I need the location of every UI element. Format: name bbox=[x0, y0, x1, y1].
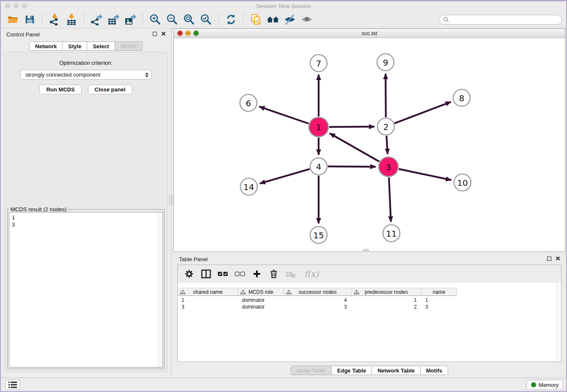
network-canvas[interactable]: 7968124314101511 bbox=[174, 39, 565, 251]
cell-shared-name[interactable]: 1 bbox=[178, 297, 238, 304]
tab-network-table[interactable]: Network Table bbox=[372, 366, 421, 375]
delete-column-button[interactable] bbox=[267, 268, 280, 280]
tab-network[interactable]: Network bbox=[29, 41, 63, 51]
graph-edge-1-6[interactable] bbox=[259, 107, 309, 124]
task-history-button[interactable] bbox=[5, 380, 20, 390]
optimization-criterion-label: Optimization criterion: bbox=[5, 60, 167, 66]
minimize-window-button[interactable] bbox=[14, 3, 19, 8]
graph-edge-3-1[interactable] bbox=[330, 133, 379, 162]
maximize-window-button[interactable] bbox=[22, 3, 27, 8]
export-image-button[interactable] bbox=[123, 13, 138, 26]
save-session-button[interactable] bbox=[22, 13, 37, 26]
graph-node-label: 15 bbox=[313, 230, 324, 240]
function-builder-button[interactable]: f(x) bbox=[301, 268, 322, 280]
graph-edge-1-2[interactable] bbox=[329, 127, 374, 127]
refresh-icon bbox=[225, 14, 237, 25]
close-panel-button[interactable]: Close panel bbox=[88, 85, 132, 94]
criterion-select[interactable]: strongly connected component bbox=[20, 70, 151, 80]
cell-name[interactable]: 3 bbox=[421, 304, 457, 310]
attribute-tree-icon bbox=[240, 290, 246, 295]
eye-icon bbox=[301, 14, 313, 25]
column-header-shared-name[interactable]: shared name bbox=[178, 288, 238, 296]
float-table-panel-icon[interactable] bbox=[547, 257, 551, 261]
tab-select[interactable]: Select bbox=[87, 41, 115, 51]
toolbar-separator bbox=[243, 13, 244, 26]
column-header-successor-nodes[interactable]: successor nodes bbox=[284, 288, 352, 296]
export-network-button[interactable] bbox=[89, 13, 104, 26]
mcds-result-list[interactable]: 1 3 bbox=[9, 212, 163, 367]
network-close-button[interactable] bbox=[177, 30, 183, 36]
import-network-button[interactable] bbox=[47, 13, 62, 26]
float-panel-icon[interactable] bbox=[153, 32, 157, 36]
tab-motifs[interactable]: Motifs bbox=[421, 366, 448, 375]
fx-icon: f(x) bbox=[304, 269, 319, 279]
graph-edge-3-10[interactable] bbox=[399, 169, 451, 180]
show-all-networks-button[interactable] bbox=[265, 13, 281, 26]
network-minimize-button[interactable] bbox=[185, 30, 191, 36]
show-column-panel-button[interactable] bbox=[200, 268, 212, 280]
cell-predecessor-nodes[interactable]: 1 bbox=[352, 297, 421, 304]
tab-mcds[interactable]: MCDS bbox=[115, 41, 143, 51]
graph-edge-3-11[interactable] bbox=[389, 177, 391, 222]
graph-edge-4-14[interactable] bbox=[260, 169, 310, 183]
column-header-name[interactable]: name bbox=[421, 288, 457, 296]
table-panel-title: Table Panel bbox=[179, 256, 208, 262]
zoom-out-button[interactable] bbox=[165, 13, 180, 26]
select-stepper-icon bbox=[145, 72, 149, 77]
graph-node-label: 6 bbox=[246, 98, 251, 108]
memory-status-icon bbox=[531, 382, 536, 387]
vertical-splitter-handle[interactable] bbox=[169, 195, 173, 204]
graph-edge-2-9[interactable] bbox=[385, 74, 386, 117]
delete-table-button[interactable] bbox=[284, 268, 297, 280]
close-table-panel-icon[interactable] bbox=[556, 256, 560, 261]
close-window-button[interactable] bbox=[5, 3, 10, 8]
cell-mcds-role[interactable]: dominator bbox=[238, 304, 284, 310]
table-row[interactable]: 1 dominator 4 1 1 bbox=[178, 297, 457, 304]
mcds-result-title: MCDS result (2 nodes) bbox=[9, 206, 68, 213]
cell-successor-nodes[interactable]: 3 bbox=[284, 304, 352, 310]
horizontal-splitter-handle[interactable] bbox=[363, 249, 369, 252]
cell-successor-nodes[interactable]: 4 bbox=[284, 297, 352, 304]
attribute-tree-icon bbox=[354, 290, 359, 295]
search-icon bbox=[443, 17, 449, 22]
tab-style[interactable]: Style bbox=[63, 41, 87, 51]
table-row[interactable]: 3 dominator 3 2 3 bbox=[178, 304, 457, 310]
graph-edge-2-3[interactable] bbox=[386, 136, 388, 154]
close-panel-icon[interactable] bbox=[161, 31, 166, 36]
application-window: Session: New Session bbox=[0, 0, 567, 392]
table-scrollbar[interactable] bbox=[556, 283, 561, 362]
network-window-titlebar[interactable]: scc.txt bbox=[174, 29, 565, 38]
select-all-button[interactable] bbox=[217, 268, 229, 280]
show-hidden-button[interactable] bbox=[299, 13, 314, 26]
column-header-mcds-role[interactable]: MCDS role bbox=[238, 288, 284, 296]
hide-selected-button[interactable] bbox=[282, 13, 297, 26]
clone-network-button[interactable] bbox=[248, 13, 264, 26]
graph-edge-2-8[interactable] bbox=[395, 102, 451, 124]
tab-edge-table[interactable]: Edge Table bbox=[332, 366, 372, 375]
cell-mcds-role[interactable]: dominator bbox=[238, 297, 284, 304]
deselect-all-button[interactable] bbox=[234, 268, 246, 280]
create-column-button[interactable] bbox=[250, 268, 263, 280]
zoom-selected-button[interactable] bbox=[198, 13, 214, 26]
graph-node-label: 7 bbox=[316, 58, 322, 69]
cell-shared-name[interactable]: 3 bbox=[178, 304, 238, 310]
cell-predecessor-nodes[interactable]: 2 bbox=[352, 304, 421, 310]
import-table-button[interactable] bbox=[64, 13, 79, 26]
export-table-button[interactable] bbox=[106, 13, 121, 26]
zoom-in-button[interactable] bbox=[148, 13, 163, 26]
run-mcds-button[interactable]: Run MCDS bbox=[39, 85, 81, 94]
open-session-button[interactable] bbox=[5, 13, 20, 26]
table-settings-button[interactable] bbox=[183, 268, 195, 280]
column-header-predecessor-nodes[interactable]: predecessor nodes bbox=[352, 288, 421, 296]
result-scrollbar[interactable] bbox=[158, 213, 162, 367]
refresh-view-button[interactable] bbox=[223, 13, 239, 26]
network-maximize-button[interactable] bbox=[193, 30, 199, 36]
cell-name[interactable]: 1 bbox=[421, 297, 457, 304]
memory-button[interactable]: Memory bbox=[526, 380, 563, 390]
search-input[interactable] bbox=[451, 17, 558, 22]
network-graph: 7968124314101511 bbox=[174, 39, 565, 251]
tab-node-table[interactable]: Node Table bbox=[291, 366, 332, 375]
graph-node-label: 10 bbox=[457, 178, 468, 188]
graph-edge-4-3[interactable] bbox=[328, 166, 376, 167]
zoom-fit-button[interactable] bbox=[182, 13, 197, 26]
